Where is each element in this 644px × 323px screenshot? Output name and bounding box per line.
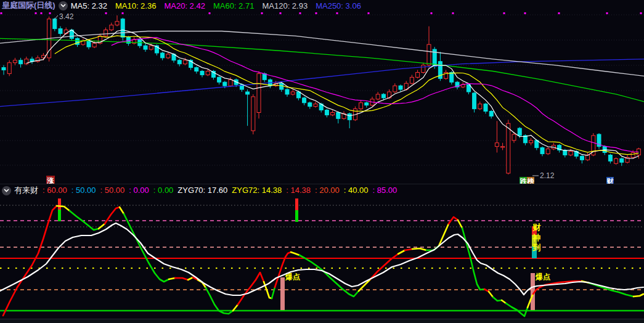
indicator-legend-item: ZYG70: 17.60 — [177, 186, 227, 195]
signal-badge: 榜 — [527, 177, 535, 184]
svg-text:涨: 涨 — [47, 177, 55, 184]
indicator-legend-item: : 50.00 — [100, 186, 125, 195]
candlestick-chart[interactable]: 3.422.12涨跌榜财 — [0, 11, 644, 184]
high-price-label: 3.42 — [59, 12, 74, 21]
chevron-down-icon — [60, 4, 66, 7]
caishen-signal-marker: 财神到 — [532, 223, 541, 258]
indicator-legend-item: ZYG72: 14.38 — [232, 186, 282, 195]
ma-legend-item: MA5: 2.32 — [71, 1, 107, 10]
signal-badge: 跌 — [520, 177, 528, 184]
ma-legend-item: MA20: 2.42 — [164, 1, 205, 10]
low-price-label: 2.12 — [540, 171, 555, 180]
indicator-legend-item: : 85.00 — [373, 186, 397, 195]
top-signal-bar — [58, 198, 61, 221]
indicator-legend-item: : 50.00 — [71, 186, 96, 195]
collapse-indicator-icon[interactable] — [2, 186, 11, 195]
svg-text:财: 财 — [606, 178, 614, 184]
signal-badge: 涨 — [46, 176, 55, 184]
svg-text:财: 财 — [532, 223, 541, 232]
chevron-down-icon — [4, 189, 9, 192]
indicator-header: 有来财: 60.00: 50.00: 50.00: 0.00: 0.00ZYG7… — [0, 184, 644, 197]
status-strip — [0, 319, 644, 323]
indicator-legend-item: : 20.00 — [315, 186, 340, 195]
ma-legend-item: MA250: 3.06 — [316, 1, 361, 10]
ma-legend-item: MA120: 2.93 — [262, 1, 308, 10]
indicator-legend-item: : 0.00 — [153, 186, 174, 195]
svg-text:神: 神 — [532, 233, 541, 242]
indicator-legend-item: 有来财 — [14, 186, 38, 195]
main-chart-header: 皇庭国际(日线) MA5: 2.32MA10: 2.36MA20: 2.42MA… — [0, 0, 644, 11]
indicator-legend-item: : 60.00 — [43, 186, 67, 195]
svg-text:榜: 榜 — [527, 178, 534, 184]
ma-legend: MA5: 2.32MA10: 2.36MA20: 2.42MA60: 2.71M… — [71, 1, 369, 10]
boom-point-marker: 爆点 — [531, 272, 550, 310]
top-signal-bar — [295, 198, 298, 222]
signal-badge: 财 — [606, 177, 614, 184]
indicator-legend-item: : 0.00 — [129, 186, 149, 195]
stock-chart-window: 皇庭国际(日线) MA5: 2.32MA10: 2.36MA20: 2.42MA… — [0, 0, 644, 323]
ma-legend-item: MA60: 2.71 — [213, 1, 255, 10]
indicator-chart[interactable]: 爆点爆点财神到 — [0, 196, 644, 319]
svg-text:跌: 跌 — [520, 178, 528, 184]
svg-text:到: 到 — [532, 243, 541, 252]
collapse-main-chart-icon[interactable] — [59, 1, 68, 10]
indicator-legend-item: : 14.38 — [286, 186, 311, 195]
indicator-legend: 有来财: 60.00: 50.00: 50.00: 0.00: 0.00ZYG7… — [14, 185, 401, 196]
ma-legend-item: MA10: 2.36 — [115, 1, 157, 10]
stock-title: 皇庭国际(日线) — [2, 0, 55, 11]
boom-point-marker: 爆点 — [280, 272, 300, 310]
indicator-legend-item: : 40.00 — [344, 186, 369, 195]
svg-text:爆点: 爆点 — [535, 272, 550, 281]
